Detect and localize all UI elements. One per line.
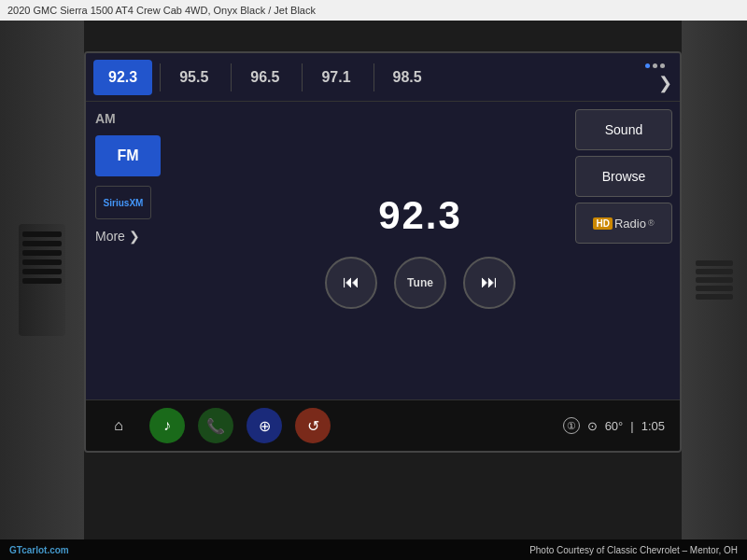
dots-row	[645, 63, 665, 68]
separator: |	[630, 419, 633, 433]
vent-left	[19, 224, 65, 336]
time-display: 1:05	[641, 419, 665, 433]
photo-credit: Photo Courtesy of Classic Chevrolet – Me…	[529, 545, 738, 555]
browse-button[interactable]: Browse	[575, 156, 672, 197]
preset-button-3[interactable]: 97.1	[306, 60, 365, 95]
hd-badge: HD	[593, 217, 612, 230]
settings-button[interactable]: ↺	[295, 408, 331, 443]
rewind-button[interactable]: ⏮	[325, 257, 377, 309]
more-label: More	[95, 229, 125, 244]
hd-radio-button[interactable]: HD Radio ®	[575, 203, 672, 244]
car-left-panel	[0, 21, 84, 539]
phone-button[interactable]: 📞	[198, 408, 233, 443]
playback-controls: ⏮ Tune ⏭	[325, 257, 515, 309]
location-icon: ⊙	[587, 419, 598, 433]
music-button[interactable]: ♪	[149, 408, 185, 443]
vent-slot	[22, 259, 62, 265]
dot-3	[660, 63, 665, 68]
navigation-icon: ⊕	[259, 417, 271, 435]
registered-mark: ®	[648, 218, 655, 228]
dot-2	[653, 63, 657, 68]
photo-frame: 2020 GMC Sierra 1500 AT4 Crew Cab 4WD, O…	[0, 0, 747, 560]
center-panel: 92.3 ⏮ Tune ⏭	[273, 102, 568, 399]
main-content: AM FM SiriusXM More ❯ 92.3 ⏮	[86, 102, 680, 399]
home-icon: ⌂	[114, 417, 123, 434]
home-button[interactable]: ⌂	[101, 408, 136, 443]
sirius-logo: SiriusXM	[95, 186, 151, 219]
preset-divider	[302, 63, 303, 91]
status-bar: ⌂ ♪ 📞 ⊕ ↺ ① ⊙ 60° | 1:05	[86, 399, 680, 451]
fm-button[interactable]: FM	[95, 135, 161, 176]
car-color-trim: Onyx Black / Jet Black	[214, 5, 316, 16]
dot-1	[645, 63, 650, 68]
preset-divider	[231, 63, 232, 91]
preset-button-1[interactable]: 95.5	[164, 60, 223, 95]
vent-slot	[22, 278, 62, 284]
car-title: 2020 GMC Sierra 1500 AT4 Crew Cab 4WD,	[7, 5, 210, 16]
status-right: ① ⊙ 60° | 1:05	[563, 417, 665, 434]
preset-bar: 92.3 95.5 96.5 97.1 98.5 ❯	[86, 53, 680, 102]
phone-icon: 📞	[206, 417, 225, 435]
vent-slot	[22, 269, 62, 274]
vent-slot	[22, 231, 62, 237]
forward-icon: ⏭	[481, 273, 498, 292]
bottom-bar: GTcarlot.com Photo Courtesy of Classic C…	[0, 539, 747, 560]
left-panel: AM FM SiriusXM More ❯	[86, 102, 273, 399]
frequency-display: 92.3	[378, 193, 462, 238]
sirius-button[interactable]: SiriusXM	[95, 186, 263, 219]
gtcarlot-logo: GTcarlot.com	[9, 545, 69, 555]
settings-icon: ↺	[307, 417, 319, 435]
car-right-panel	[682, 21, 747, 539]
radio-label: Radio	[614, 217, 646, 231]
top-info-bar: 2020 GMC Sierra 1500 AT4 Crew Cab 4WD, O…	[0, 0, 747, 21]
forward-button[interactable]: ⏭	[463, 257, 515, 309]
am-label: AM	[95, 111, 263, 126]
rewind-icon: ⏮	[343, 273, 359, 292]
right-panel: Sound Browse HD Radio ®	[568, 102, 680, 399]
vent-slot	[22, 250, 62, 256]
info-icon: ①	[563, 417, 580, 434]
temperature: 60°	[605, 419, 624, 433]
preset-button-2[interactable]: 96.5	[235, 60, 294, 95]
preset-divider	[160, 63, 161, 91]
sound-button[interactable]: Sound	[575, 109, 672, 150]
vent-slot	[22, 241, 62, 246]
preset-button-0[interactable]: 92.3	[93, 60, 152, 95]
preset-divider	[374, 63, 374, 91]
infotainment-screen: 92.3 95.5 96.5 97.1 98.5 ❯ AM	[84, 51, 682, 453]
navigation-button[interactable]: ⊕	[247, 408, 282, 443]
music-icon: ♪	[163, 417, 171, 434]
tune-button[interactable]: Tune	[394, 257, 446, 309]
more-chevron-icon: ❯	[129, 229, 140, 244]
more-button[interactable]: More ❯	[95, 229, 263, 244]
preset-button-4[interactable]: 98.5	[378, 60, 437, 95]
